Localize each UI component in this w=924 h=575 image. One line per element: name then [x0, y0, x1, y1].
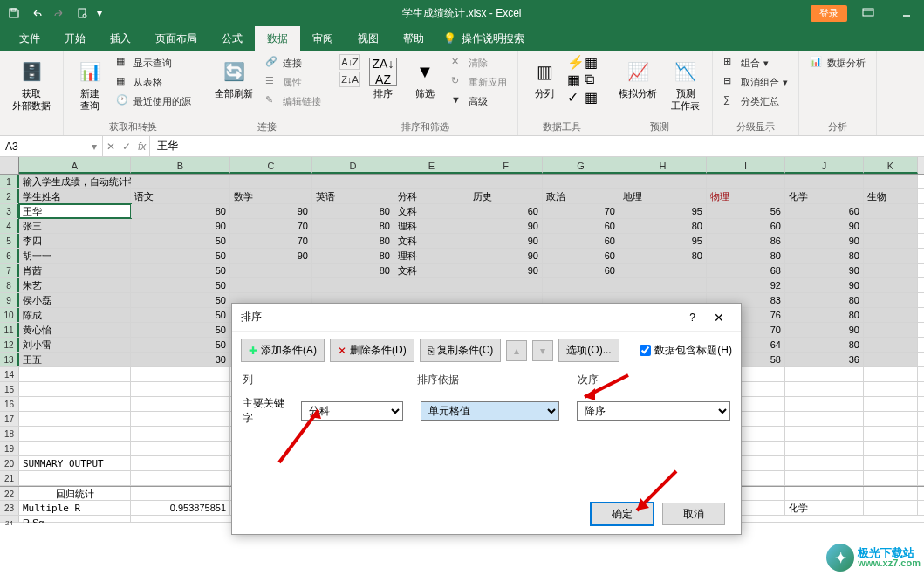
cell[interactable]: 化学	[785, 501, 864, 515]
cell[interactable]	[131, 427, 230, 441]
cell[interactable]: 学生姓名	[19, 189, 131, 203]
headers-checkbox[interactable]: 数据包含标题(H)	[640, 343, 732, 358]
row-header[interactable]: 17	[0, 412, 19, 426]
cell[interactable]: 80	[131, 204, 230, 218]
cell[interactable]: 物理	[707, 189, 785, 203]
cell[interactable]: 50	[131, 234, 230, 248]
cell[interactable]: 王华	[19, 204, 131, 218]
refresh-all-button[interactable]: 🔄 全部刷新	[209, 54, 258, 103]
cell[interactable]: 90	[469, 234, 543, 248]
cell[interactable]: 60	[469, 204, 543, 218]
cell[interactable]	[312, 278, 394, 292]
cell[interactable]: 60	[543, 264, 619, 277]
tab-review[interactable]: 审阅	[300, 26, 346, 51]
col-header-F[interactable]: F	[469, 157, 543, 174]
cell[interactable]	[785, 471, 864, 485]
row-header[interactable]: 3	[0, 204, 19, 218]
cell[interactable]: 90	[230, 204, 312, 218]
cell[interactable]	[131, 442, 230, 455]
get-external-data-button[interactable]: 🗄️ 获取 外部数据	[7, 54, 56, 116]
cell[interactable]: 56	[707, 204, 785, 218]
cell[interactable]: 政治	[543, 189, 619, 203]
forecast-sheet-button[interactable]: 📉 预测 工作表	[666, 54, 705, 116]
col-header-G[interactable]: G	[543, 157, 619, 174]
cell[interactable]	[131, 382, 230, 396]
cell[interactable]	[864, 353, 918, 366]
headers-checkbox-input[interactable]	[640, 345, 651, 356]
cell[interactable]: 60	[543, 234, 619, 248]
cell[interactable]: 分科	[394, 189, 469, 203]
cell[interactable]	[864, 234, 918, 248]
cell[interactable]	[19, 427, 131, 441]
cell[interactable]	[543, 175, 619, 188]
row-header[interactable]: 1	[0, 175, 19, 188]
cell[interactable]: 生物	[864, 189, 918, 203]
cell[interactable]	[469, 175, 543, 188]
connections-button[interactable]: 🔗连接	[262, 54, 325, 72]
cancel-button[interactable]: 取消	[662, 503, 725, 525]
cell[interactable]	[785, 175, 864, 188]
cell[interactable]	[785, 412, 864, 426]
cancel-formula-icon[interactable]: ✕	[106, 140, 115, 153]
delete-level-button[interactable]: ✕删除条件(D)	[330, 339, 414, 362]
cell[interactable]: 50	[131, 278, 230, 292]
cell[interactable]: 刘小雷	[19, 338, 131, 352]
cell[interactable]	[864, 487, 918, 500]
row-header[interactable]: 19	[0, 442, 19, 455]
cell[interactable]: 80	[619, 249, 707, 263]
show-queries-button[interactable]: ▦显示查询	[113, 54, 195, 72]
save-icon[interactable]	[3, 3, 24, 23]
cell[interactable]: 68	[707, 264, 785, 277]
col-header-K[interactable]: K	[864, 157, 918, 174]
cell[interactable]: 86	[707, 234, 785, 248]
cell[interactable]: 60	[785, 204, 864, 218]
move-up ip-up-button[interactable]: ▴	[506, 340, 527, 361]
group-button[interactable]: ⊞组合 ▾	[720, 54, 791, 72]
cell[interactable]: 90	[785, 219, 864, 233]
tab-data[interactable]: 数据	[255, 26, 300, 51]
data-analysis-button[interactable]: 📊数据分析	[806, 54, 869, 72]
cell[interactable]: 60	[543, 219, 619, 233]
cell[interactable]: 语文	[131, 189, 230, 203]
cell[interactable]	[785, 397, 864, 411]
cell[interactable]	[785, 427, 864, 441]
print-preview-icon[interactable]	[72, 3, 92, 23]
cell[interactable]: 80	[785, 249, 864, 263]
cell[interactable]	[864, 412, 918, 426]
cell[interactable]: 36	[785, 353, 864, 366]
row-header[interactable]: 15	[0, 382, 19, 396]
col-header-H[interactable]: H	[619, 157, 707, 174]
cell[interactable]	[394, 278, 469, 292]
cell[interactable]: 50	[131, 323, 230, 337]
row-header[interactable]: 10	[0, 308, 19, 322]
col-header-B[interactable]: B	[131, 157, 230, 174]
cell[interactable]: 50	[131, 249, 230, 263]
help-icon[interactable]: ?	[689, 311, 695, 324]
cell[interactable]: 90	[785, 234, 864, 248]
row-header[interactable]: 13	[0, 353, 19, 366]
cell[interactable]	[131, 397, 230, 411]
tell-me-search[interactable]: 💡 操作说明搜索	[443, 31, 524, 46]
cell[interactable]: 侯小磊	[19, 293, 131, 307]
cell[interactable]	[394, 175, 469, 188]
cell[interactable]	[469, 278, 543, 292]
cell[interactable]: 30	[131, 353, 230, 366]
cell[interactable]: 地理	[619, 189, 707, 203]
formula-input[interactable]: 王华	[150, 139, 924, 154]
cell[interactable]: 化学	[785, 189, 864, 203]
row-header[interactable]: 9	[0, 293, 19, 307]
new-query-button[interactable]: 📊 新建 查询	[71, 54, 109, 116]
sort-button[interactable]: ZA↓AZ 排序	[364, 54, 402, 103]
cell[interactable]	[19, 382, 131, 396]
cell[interactable]: 英语	[312, 189, 394, 203]
from-table-button[interactable]: ▦从表格	[113, 73, 195, 91]
cell[interactable]	[864, 308, 918, 322]
row-header[interactable]: 5	[0, 234, 19, 248]
cell[interactable]	[19, 412, 131, 426]
cell[interactable]	[864, 338, 918, 352]
cell[interactable]: 黄心怡	[19, 323, 131, 337]
row-header[interactable]: 12	[0, 338, 19, 352]
tab-layout[interactable]: 页面布局	[143, 26, 209, 51]
row-header[interactable]: 4	[0, 219, 19, 233]
subtotal-button[interactable]: ∑分类汇总	[720, 92, 791, 110]
